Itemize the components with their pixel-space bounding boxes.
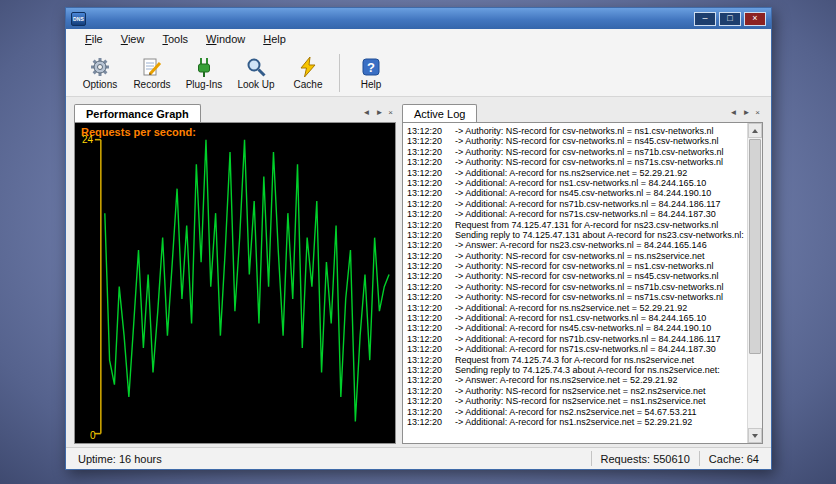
performance-chart: Requests per second: 24 0 bbox=[74, 122, 396, 444]
window-controls: – □ × bbox=[694, 12, 766, 26]
log-line: 13:12:20-> Authority: NS-record for csv-… bbox=[407, 282, 745, 292]
cache-button[interactable]: Cache bbox=[282, 51, 334, 95]
svg-text:?: ? bbox=[367, 60, 375, 75]
y-axis-min-label: 0 bbox=[90, 430, 96, 441]
log-line: 13:12:20-> Additional: A-record for ns71… bbox=[407, 334, 745, 344]
cache-icon bbox=[297, 56, 319, 78]
help-button[interactable]: ? Help bbox=[345, 51, 397, 95]
scroll-track[interactable] bbox=[748, 138, 762, 428]
plug-icon bbox=[193, 56, 215, 78]
tab-performance-graph[interactable]: Performance Graph bbox=[74, 104, 201, 123]
log-line: 13:12:20-> Authority: NS-record for csv-… bbox=[407, 271, 745, 281]
active-log-panel: Active Log ◄ ► × 13:12:20-> Authority: N… bbox=[402, 101, 763, 444]
scroll-up-icon bbox=[752, 129, 758, 133]
left-tabstrip: Performance Graph ◄ ► × bbox=[74, 101, 396, 122]
maximize-button[interactable]: □ bbox=[719, 12, 741, 26]
log-line: 13:12:20-> Answer: A-record for ns.ns2se… bbox=[407, 375, 745, 385]
log-line: 13:12:20-> Authority: NS-record for csv-… bbox=[407, 136, 745, 146]
log-line: 13:12:20Request from 74.125.47.131 for A… bbox=[407, 220, 745, 230]
title-bar[interactable]: DNS – □ × bbox=[66, 8, 771, 29]
log-line: 13:12:20-> Additional: A-record for ns1.… bbox=[407, 178, 745, 188]
y-axis-max-label: 24 bbox=[82, 134, 93, 145]
log-line: 13:12:20-> Additional: A-record for ns1.… bbox=[407, 313, 745, 323]
tab-scroll-right-icon[interactable]: ► bbox=[375, 109, 383, 117]
toolbar-label: Help bbox=[361, 79, 382, 90]
gear-icon bbox=[89, 56, 111, 78]
menu-file[interactable]: File bbox=[76, 31, 112, 47]
log-line: 13:12:20-> Additional: A-record for ns1.… bbox=[407, 417, 745, 427]
tab-close-icon[interactable]: × bbox=[755, 109, 760, 117]
log-line: 13:12:20-> Authority: NS-record for csv-… bbox=[407, 261, 745, 271]
active-log-body: 13:12:20-> Authority: NS-record for csv-… bbox=[402, 122, 763, 444]
app-window: DNS – □ × File View Tools Window Help Op… bbox=[65, 7, 772, 470]
menu-help[interactable]: Help bbox=[254, 31, 295, 47]
status-cache: Cache: 64 bbox=[700, 453, 768, 465]
toolbar-label: Options bbox=[83, 79, 117, 90]
tab-scroll-right-icon[interactable]: ► bbox=[742, 109, 750, 117]
chart-canvas bbox=[75, 123, 395, 443]
lookup-icon bbox=[245, 56, 267, 78]
tab-scroll-left-icon[interactable]: ◄ bbox=[362, 109, 370, 117]
log-line: 13:12:20Sending reply to 74.125.74.3 abo… bbox=[407, 365, 745, 375]
menu-window[interactable]: Window bbox=[197, 31, 254, 47]
toolbar-label: Plug-Ins bbox=[186, 79, 223, 90]
log-lines: 13:12:20-> Authority: NS-record for csv-… bbox=[403, 123, 747, 443]
log-line: 13:12:20-> Additional: A-record for ns45… bbox=[407, 188, 745, 198]
scroll-up-button[interactable] bbox=[748, 123, 762, 138]
log-line: 13:12:20-> Authority: NS-record for csv-… bbox=[407, 251, 745, 261]
log-line: 13:12:20Sending reply to 74.125.47.131 a… bbox=[407, 230, 745, 240]
log-line: 13:12:20-> Additional: A-record for ns71… bbox=[407, 344, 745, 354]
log-line: 13:12:20-> Answer: A-record for ns23.csv… bbox=[407, 240, 745, 250]
toolbar-label: Look Up bbox=[237, 79, 274, 90]
log-line: 13:12:20-> Additional: A-record for ns.n… bbox=[407, 168, 745, 178]
status-requests: Requests: 550610 bbox=[592, 453, 699, 465]
log-line: 13:12:20-> Authority: NS-record for csv-… bbox=[407, 126, 745, 136]
tab-scroll-left-icon[interactable]: ◄ bbox=[729, 109, 737, 117]
records-button[interactable]: Records bbox=[126, 51, 178, 95]
chart-line bbox=[105, 140, 389, 422]
toolbar-separator bbox=[339, 54, 340, 92]
scroll-down-button[interactable] bbox=[748, 428, 762, 443]
log-line: 13:12:20-> Authority: NS-record for csv-… bbox=[407, 147, 745, 157]
log-line: 13:12:20-> Additional: A-record for ns71… bbox=[407, 209, 745, 219]
log-line: 13:12:20-> Additional: A-record for ns71… bbox=[407, 199, 745, 209]
toolbar-label: Records bbox=[133, 79, 170, 90]
scroll-down-icon bbox=[752, 434, 758, 438]
menu-bar: File View Tools Window Help bbox=[66, 29, 771, 49]
options-button[interactable]: Options bbox=[74, 51, 126, 95]
log-line: 13:12:20-> Authority: NS-record for csv-… bbox=[407, 157, 745, 167]
log-line: 13:12:20-> Authority: NS-record for csv-… bbox=[407, 292, 745, 302]
help-icon: ? bbox=[360, 56, 382, 78]
main-area: Performance Graph ◄ ► × Requests per sec bbox=[66, 97, 771, 447]
menu-tools[interactable]: Tools bbox=[153, 31, 197, 47]
toolbar: Options Records Plug-Ins bbox=[66, 49, 771, 97]
tab-active-log[interactable]: Active Log bbox=[402, 104, 477, 123]
toolbar-label: Cache bbox=[294, 79, 323, 90]
records-icon bbox=[141, 56, 163, 78]
menu-view[interactable]: View bbox=[112, 31, 154, 47]
status-bar: Uptime: 16 hours Requests: 550610 Cache:… bbox=[66, 447, 771, 469]
tab-close-icon[interactable]: × bbox=[388, 109, 393, 117]
performance-graph-panel: Performance Graph ◄ ► × Requests per sec bbox=[74, 101, 396, 444]
chart-title: Requests per second: bbox=[81, 126, 196, 138]
log-line: 13:12:20-> Additional: A-record for ns45… bbox=[407, 323, 745, 333]
log-line: 13:12:20-> Authority: NS-record for ns2s… bbox=[407, 386, 745, 396]
app-icon: DNS bbox=[71, 12, 86, 26]
plugins-button[interactable]: Plug-Ins bbox=[178, 51, 230, 95]
log-scrollbar[interactable] bbox=[747, 123, 762, 443]
log-line: 13:12:20-> Authority: NS-record for ns2s… bbox=[407, 396, 745, 406]
scroll-thumb[interactable] bbox=[749, 139, 761, 354]
minimize-button[interactable]: – bbox=[694, 12, 716, 26]
log-line: 13:12:20Request from 74.125.74.3 for A-r… bbox=[407, 355, 745, 365]
lookup-button[interactable]: Look Up bbox=[230, 51, 282, 95]
log-line: 13:12:20-> Additional: A-record for ns.n… bbox=[407, 303, 745, 313]
status-uptime: Uptime: 16 hours bbox=[69, 453, 591, 465]
close-button[interactable]: × bbox=[744, 12, 766, 26]
right-tab-nav: ◄ ► × bbox=[729, 109, 763, 122]
log-line: 13:12:20-> Additional: A-record for ns2.… bbox=[407, 407, 745, 417]
desktop: DNS – □ × File View Tools Window Help Op… bbox=[0, 0, 836, 484]
right-tabstrip: Active Log ◄ ► × bbox=[402, 101, 763, 122]
left-tab-nav: ◄ ► × bbox=[362, 109, 396, 122]
